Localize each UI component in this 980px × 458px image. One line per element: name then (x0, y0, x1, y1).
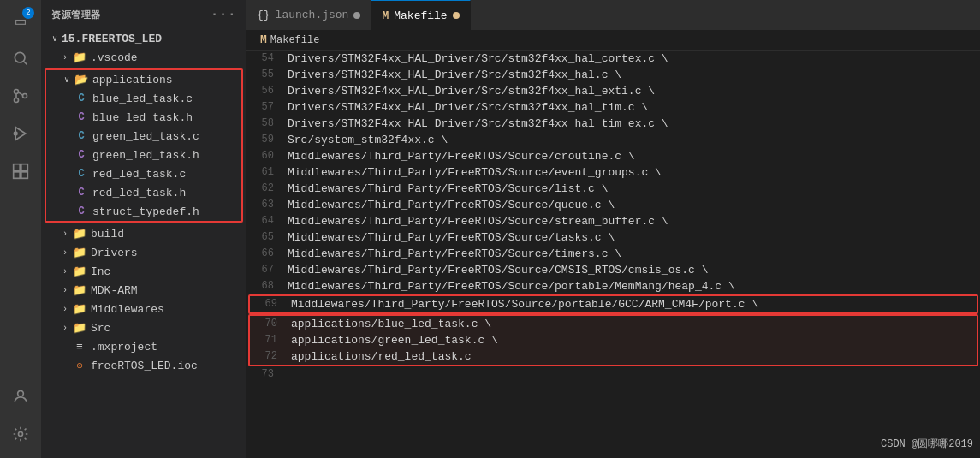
code-line-72: 72 applications/red_led_task.c (250, 348, 977, 365)
activity-bar: ▭ 2 (0, 0, 41, 458)
sidebar-item-mxproject[interactable]: › ≡ .mxproject (41, 337, 246, 356)
tab-bar: {} launch.json M Makefile (246, 0, 980, 30)
h-file-icon: C (74, 111, 89, 123)
line-number-57: 57 (246, 99, 288, 116)
folder-icon5: 📁 (72, 283, 87, 297)
line-number-56: 56 (246, 83, 288, 99)
sidebar-item-struct-typedef-h[interactable]: C struct_typedef.h (46, 202, 241, 221)
line-content-68: Middlewares/Third_Party/FreeRTOS/Source/… (288, 278, 980, 294)
settings-icon[interactable] (3, 417, 38, 451)
chevron-right-icon7: › (58, 324, 72, 333)
sidebar-item-build[interactable]: › 📁 build (41, 224, 246, 243)
line-number-71: 71 (250, 332, 291, 348)
code-line-68: 68 Middlewares/Third_Party/FreeRTOS/Sour… (246, 278, 980, 294)
sidebar-item-blue-led-task-h[interactable]: C blue_led_task.h (46, 108, 241, 127)
svg-line-1 (24, 62, 27, 65)
svg-rect-9 (14, 164, 21, 171)
code-line-64: 64 Middlewares/Third_Party/FreeRTOS/Sour… (246, 213, 980, 229)
sidebar-item-drivers[interactable]: › 📁 Drivers (41, 243, 246, 262)
chevron-down-icon: ∨ (60, 74, 74, 85)
tab-launch-json[interactable]: {} launch.json (246, 0, 371, 30)
line-content-61: Middlewares/Third_Party/FreeRTOS/Source/… (288, 164, 980, 181)
sidebar-item-mdk-arm[interactable]: › 📁 MDK-ARM (41, 281, 246, 300)
sidebar-options-button[interactable]: ··· (211, 7, 236, 22)
tab-makefile[interactable]: M Makefile (371, 0, 470, 30)
tab-makefile-modified-dot (453, 12, 460, 19)
file-icon: ≡ (72, 341, 87, 354)
code-line-65: 65 Middlewares/Third_Party/FreeRTOS/Sour… (246, 229, 980, 246)
line-number-73: 73 (246, 366, 288, 383)
code-line-61: 61 Middlewares/Third_Party/FreeRTOS/Sour… (246, 164, 980, 181)
code-lines-70-72-group: 70 applications/blue_led_task.c \ 71 app… (248, 314, 978, 366)
svg-point-2 (15, 90, 19, 94)
line-content-70: applications/blue_led_task.c \ (291, 316, 977, 332)
line-number-62: 62 (246, 181, 288, 197)
sidebar-item-green-led-task-h[interactable]: C green_led_task.h (46, 146, 241, 164)
inc-label: Inc (91, 265, 110, 278)
line-number-55: 55 (246, 67, 288, 83)
sidebar-item-inc[interactable]: › 📁 Inc (41, 262, 246, 281)
blue-led-task-c-label: blue_led_task.c (92, 92, 193, 105)
json-icon: {} (257, 9, 270, 21)
extensions-icon[interactable] (3, 154, 38, 188)
sidebar-title: 资源管理器 (51, 9, 101, 21)
code-line-58: 58 Drivers/STM32F4xx_HAL_Driver/Src/stm3… (246, 116, 980, 132)
editor-content[interactable]: 54 Drivers/STM32F4xx_HAL_Driver/Src/stm3… (246, 51, 980, 458)
chevron-right-icon4: › (58, 267, 72, 277)
sidebar-item-red-led-task-h[interactable]: C red_led_task.h (46, 183, 241, 202)
line-number-61: 61 (246, 164, 288, 181)
line-number-68: 68 (246, 278, 288, 294)
line-number-54: 54 (246, 51, 288, 67)
chevron-right-icon5: › (58, 286, 72, 295)
sidebar-item-src[interactable]: › 📁 Src (41, 318, 246, 337)
build-label: build (91, 228, 124, 241)
sidebar-item-vscode[interactable]: › 📁 .vscode (41, 48, 246, 67)
sidebar-item-root[interactable]: ∨ 15.FREERTOS_LED (41, 29, 246, 48)
sidebar-item-blue-led-task-c[interactable]: C blue_led_task.c (46, 89, 241, 108)
folder-icon4: 📁 (72, 265, 87, 278)
sidebar-item-green-led-task-c[interactable]: C green_led_task.c (46, 127, 241, 146)
line-number-63: 63 (246, 197, 288, 213)
search-icon[interactable] (3, 41, 38, 75)
src-label: Src (91, 322, 110, 335)
tab-modified-dot (353, 12, 360, 19)
breadcrumb: M Makefile (246, 30, 980, 51)
folder-icon2: 📁 (72, 227, 87, 241)
accounts-icon[interactable] (3, 379, 38, 413)
source-control-icon[interactable] (3, 79, 38, 113)
line-number-69: 69 (250, 296, 291, 312)
line-content-56: Drivers/STM32F4xx_HAL_Driver/Src/stm32f4… (288, 83, 980, 99)
code-line-55: 55 Drivers/STM32F4xx_HAL_Driver/Src/stm3… (246, 67, 980, 83)
code-line-71: 71 applications/green_led_task.c \ (250, 332, 977, 348)
sidebar-item-freertos-led-ioc[interactable]: › ⊙ freeRTOS_LED.ioc (41, 356, 246, 375)
mdk-arm-label: MDK-ARM (91, 284, 138, 297)
chevron-right-icon2: › (58, 229, 72, 239)
sidebar-item-red-led-task-c[interactable]: C red_led_task.c (46, 164, 241, 183)
line-content-67: Middlewares/Third_Party/FreeRTOS/Source/… (288, 262, 980, 278)
drivers-label: Drivers (91, 247, 138, 259)
line-content-55: Drivers/STM32F4xx_HAL_Driver/Src/stm32f4… (288, 67, 980, 83)
chevron-right-icon3: › (58, 248, 72, 258)
svg-point-3 (15, 98, 19, 103)
editor-area: {} launch.json M Makefile M Makefile 54 … (246, 0, 980, 458)
tab-makefile-label: Makefile (394, 9, 447, 22)
files-icon[interactable]: ▭ 2 (3, 3, 38, 38)
debug-icon[interactable] (3, 116, 38, 151)
red-led-task-h-label: red_led_task.h (92, 187, 186, 199)
sidebar-content: ∨ 15.FREERTOS_LED › 📁 .vscode ∨ 📂 applic… (41, 29, 246, 458)
code-line-59: 59 Src/system_stm32f4xx.c \ (246, 132, 980, 148)
sidebar-header: 资源管理器 ··· (41, 0, 246, 29)
code-line-63: 63 Middlewares/Third_Party/FreeRTOS/Sour… (246, 197, 980, 213)
code-line-62: 62 Middlewares/Third_Party/FreeRTOS/Sour… (246, 181, 980, 197)
line-number-59: 59 (246, 132, 288, 148)
sidebar-item-middlewares[interactable]: › 📁 Middlewares (41, 300, 246, 318)
svg-point-14 (19, 432, 23, 437)
folder-icon: 📁 (72, 51, 87, 64)
line-content-65: Middlewares/Third_Party/FreeRTOS/Source/… (288, 229, 980, 246)
sidebar-item-applications[interactable]: ∨ 📂 applications (46, 70, 241, 89)
line-content-62: Middlewares/Third_Party/FreeRTOS/Source/… (288, 181, 980, 197)
line-number-70: 70 (250, 316, 291, 332)
svg-rect-12 (21, 172, 28, 179)
code-line-54: 54 Drivers/STM32F4xx_HAL_Driver/Src/stm3… (246, 51, 980, 67)
makefile-icon: M (382, 9, 389, 22)
